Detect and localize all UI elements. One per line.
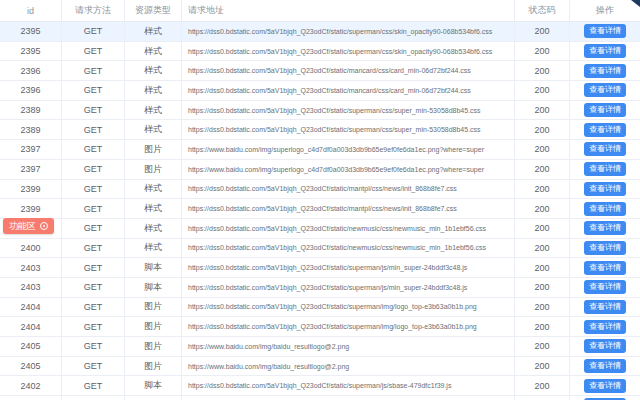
- table-row: 2405 GET 图片 https://www.baidu.com/img/ba…: [0, 357, 640, 377]
- cell-url: https://dss0.bdstatic.com/5aV1bjqh_Q23od…: [182, 278, 515, 297]
- corner-fold-decoration: [631, 0, 640, 7]
- view-details-button[interactable]: 查看详情: [584, 300, 626, 314]
- view-details-button[interactable]: 查看详情: [584, 359, 626, 373]
- table-row: 2397 GET 图片 https://www.baidu.com/img/su…: [0, 140, 640, 160]
- cell-status: 200: [515, 22, 570, 41]
- cell-id: 2396: [0, 61, 62, 80]
- cell-type: 样式: [125, 42, 182, 61]
- cell-method: GET: [62, 160, 125, 179]
- cell-url: https://www.baidu.com/img/superlogo_c4d7…: [182, 160, 515, 179]
- cell-method: GET: [62, 337, 125, 356]
- cell-url: https://dss0.bdstatic.com/5aV1bjqh_Q23od…: [182, 396, 515, 400]
- cell-action: 查看详情: [570, 120, 640, 139]
- table-row: 2403 GET 脚本 https://dss0.bdstatic.com/5a…: [0, 258, 640, 278]
- cell-type: 样式: [125, 101, 182, 120]
- cell-id: 2395: [0, 42, 62, 61]
- cell-url: https://dss0.bdstatic.com/5aV1bjqh_Q23od…: [182, 298, 515, 317]
- cell-action: 查看详情: [570, 42, 640, 61]
- column-header-status: 状态码: [515, 0, 570, 21]
- table-body: 2395 GET 样式 https://dss0.bdstatic.com/5a…: [0, 22, 640, 400]
- column-header-id: id: [0, 0, 62, 21]
- table-row: 2396 GET 样式 https://dss0.bdstatic.com/5a…: [0, 61, 640, 81]
- view-details-button[interactable]: 查看详情: [584, 64, 626, 78]
- cell-action: 查看详情: [570, 278, 640, 297]
- table-row: 2395 GET 样式 https://dss0.bdstatic.com/5a…: [0, 42, 640, 62]
- cell-status: 200: [515, 239, 570, 258]
- cell-type: 样式: [125, 239, 182, 258]
- cell-method: GET: [62, 317, 125, 336]
- view-details-button[interactable]: 查看详情: [584, 261, 626, 275]
- view-details-button[interactable]: 查看详情: [584, 339, 626, 353]
- cell-action: 查看详情: [570, 61, 640, 80]
- view-details-button[interactable]: 查看详情: [584, 142, 626, 156]
- table-row: 2402 GET 脚本 https://dss0.bdstatic.com/5a…: [0, 396, 640, 400]
- cell-id: 2399: [0, 180, 62, 199]
- cell-action: 查看详情: [570, 396, 640, 400]
- cell-url: https://dss0.bdstatic.com/5aV1bjqh_Q23od…: [182, 219, 515, 238]
- table-row: 2396 GET 样式 https://dss0.bdstatic.com/5a…: [0, 81, 640, 101]
- view-details-button[interactable]: 查看详情: [584, 24, 626, 38]
- view-details-button[interactable]: 查看详情: [584, 241, 626, 255]
- cell-method: GET: [62, 61, 125, 80]
- cell-id: 2397: [0, 160, 62, 179]
- view-details-button[interactable]: 查看详情: [584, 202, 626, 216]
- view-details-button[interactable]: 查看详情: [584, 379, 626, 393]
- cell-type: 脚本: [125, 258, 182, 277]
- function-area-badge[interactable]: 功能区: [3, 218, 54, 234]
- cell-type: 图片: [125, 357, 182, 376]
- view-details-button[interactable]: 查看详情: [584, 123, 626, 137]
- cell-id: 2403: [0, 278, 62, 297]
- cell-action: 查看详情: [570, 258, 640, 277]
- table-row: 2404 GET 图片 https://dss0.bdstatic.com/5a…: [0, 298, 640, 318]
- cell-status: 200: [515, 199, 570, 218]
- cell-method: GET: [62, 199, 125, 218]
- cell-action: 查看详情: [570, 180, 640, 199]
- view-details-button[interactable]: 查看详情: [584, 44, 626, 58]
- view-details-button[interactable]: 查看详情: [584, 221, 626, 235]
- function-area-badge-label: 功能区: [9, 220, 36, 233]
- cell-type: 脚本: [125, 278, 182, 297]
- cell-type: 样式: [125, 219, 182, 238]
- cell-url: https://dss0.bdstatic.com/5aV1bjqh_Q23od…: [182, 317, 515, 336]
- view-details-button[interactable]: 查看详情: [584, 280, 626, 294]
- cell-url: https://dss0.bdstatic.com/5aV1bjqh_Q23od…: [182, 22, 515, 41]
- table-row: 2402 GET 脚本 https://dss0.bdstatic.com/5a…: [0, 376, 640, 396]
- table-row: 2400 GET 样式 https://dss0.bdstatic.com/5a…: [0, 239, 640, 259]
- cell-action: 查看详情: [570, 357, 640, 376]
- cell-type: 脚本: [125, 396, 182, 400]
- cell-action: 查看详情: [570, 140, 640, 159]
- view-details-button[interactable]: 查看详情: [584, 162, 626, 176]
- cell-status: 200: [515, 101, 570, 120]
- cell-status: 200: [515, 376, 570, 395]
- cell-id: 2389: [0, 101, 62, 120]
- cell-type: 图片: [125, 317, 182, 336]
- cell-status: 200: [515, 219, 570, 238]
- cell-url: https://dss0.bdstatic.com/5aV1bjqh_Q23od…: [182, 199, 515, 218]
- cell-action: 查看详情: [570, 219, 640, 238]
- cell-method: GET: [62, 219, 125, 238]
- view-details-button[interactable]: 查看详情: [584, 103, 626, 117]
- cell-method: GET: [62, 22, 125, 41]
- view-details-button[interactable]: 查看详情: [584, 83, 626, 97]
- cell-url: https://dss0.bdstatic.com/5aV1bjqh_Q23od…: [182, 61, 515, 80]
- cell-method: GET: [62, 140, 125, 159]
- cell-type: 样式: [125, 180, 182, 199]
- cell-method: GET: [62, 120, 125, 139]
- cell-type: 样式: [125, 199, 182, 218]
- table-row: 2389 GET 样式 https://dss0.bdstatic.com/5a…: [0, 120, 640, 140]
- cell-action: 查看详情: [570, 376, 640, 395]
- cell-status: 200: [515, 180, 570, 199]
- view-details-button[interactable]: 查看详情: [584, 182, 626, 196]
- cell-status: 200: [515, 81, 570, 100]
- cell-action: 查看详情: [570, 22, 640, 41]
- cell-action: 查看详情: [570, 337, 640, 356]
- cell-action: 查看详情: [570, 199, 640, 218]
- cell-action: 查看详情: [570, 298, 640, 317]
- column-header-url: 请求地址: [182, 0, 515, 21]
- view-details-button[interactable]: 查看详情: [584, 320, 626, 334]
- cell-type: 样式: [125, 120, 182, 139]
- cell-method: GET: [62, 298, 125, 317]
- cell-id: 2402: [0, 396, 62, 400]
- cell-action: 查看详情: [570, 239, 640, 258]
- cell-url: https://www.baidu.com/img/baidu_resultlo…: [182, 357, 515, 376]
